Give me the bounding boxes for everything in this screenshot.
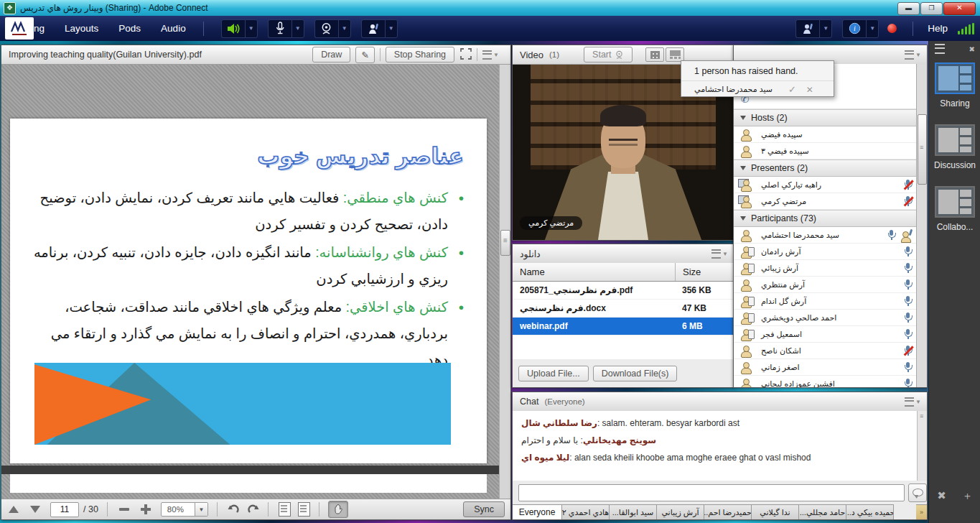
pan-tool-button[interactable] bbox=[328, 501, 348, 518]
chat-tab[interactable]: حميده بيكي د... bbox=[846, 504, 894, 519]
column-name[interactable]: Name bbox=[513, 263, 676, 281]
attendee-row[interactable]: احمد صالحي دويخشري bbox=[734, 310, 917, 326]
menu-pods[interactable]: Pods bbox=[118, 23, 141, 34]
raised-hand-status-button[interactable] bbox=[795, 19, 819, 38]
attendees-pod-menu-button[interactable]: ▼ bbox=[905, 50, 921, 60]
layout-thumbnail bbox=[935, 186, 975, 218]
file-name: فرم نظرسنجي_205871.pdf bbox=[513, 285, 675, 295]
column-size[interactable]: Size bbox=[676, 263, 701, 281]
presenters-section-header[interactable]: Presenters (2) bbox=[734, 159, 917, 177]
attendee-row[interactable]: آرش زيبائي bbox=[734, 260, 917, 277]
start-webcam-button[interactable]: Start bbox=[584, 47, 633, 63]
speaker-button[interactable] bbox=[221, 19, 245, 38]
speaker-dropdown[interactable]: ▼ bbox=[245, 19, 258, 38]
chat-pod-menu-button[interactable]: ▼ bbox=[905, 397, 921, 407]
chat-tab[interactable]: Everyone bbox=[513, 504, 562, 519]
attendee-row[interactable]: سپيده فيضي ۳ bbox=[734, 143, 917, 159]
microphone-dropdown[interactable]: ▼ bbox=[291, 19, 304, 38]
microphone-status-icon bbox=[903, 262, 913, 274]
zoom-level-select[interactable]: 80% ▼ bbox=[161, 502, 208, 517]
rotate-left-button[interactable] bbox=[228, 504, 240, 515]
attendee-row[interactable]: اسمعيل فجر bbox=[734, 326, 917, 343]
attendees-scrollbar[interactable] bbox=[916, 64, 927, 387]
page-number-input[interactable] bbox=[50, 502, 79, 517]
chat-input[interactable] bbox=[518, 484, 905, 501]
hosts-section-header[interactable]: Hosts (2) bbox=[734, 109, 917, 126]
download-files-button[interactable]: Download File(s) bbox=[593, 366, 678, 381]
attendee-name: اسمعيل فجر bbox=[761, 330, 802, 339]
dismiss-hand-button[interactable]: ✕ bbox=[806, 85, 813, 95]
approve-hand-button[interactable]: ✓ bbox=[788, 84, 796, 95]
menu-audio[interactable]: Audio bbox=[161, 23, 186, 34]
divider bbox=[217, 502, 218, 517]
menu-layouts[interactable]: Layouts bbox=[65, 23, 98, 34]
next-page-button[interactable] bbox=[30, 506, 40, 513]
chat-tab[interactable]: سيد ابوالقا... bbox=[610, 504, 657, 519]
filmstrip-view-button[interactable] bbox=[666, 47, 684, 62]
fit-width-button[interactable] bbox=[298, 502, 310, 517]
add-layout-icon[interactable]: ＋ bbox=[962, 489, 973, 503]
chat-tab[interactable]: آرش زيباني bbox=[657, 504, 704, 519]
share-scrollbar[interactable] bbox=[499, 65, 510, 499]
attendee-row[interactable]: افشين عموزاده ليجاني bbox=[734, 376, 917, 387]
file-row[interactable]: فرم نظرسنجي.docx 47 KB bbox=[513, 300, 734, 318]
chat-tab[interactable]: حامد مجللي... bbox=[799, 504, 846, 519]
share-scrollbar-thumb[interactable] bbox=[500, 230, 510, 256]
participants-section-header[interactable]: Participants (73) bbox=[734, 210, 917, 227]
sidebar-close-icon[interactable]: ✖ bbox=[969, 45, 975, 53]
draw-button[interactable]: Draw bbox=[312, 47, 350, 63]
attendee-row[interactable]: سيد محمدرضا احتشامي bbox=[734, 227, 917, 244]
attendee-row[interactable]: مرتضي كرمي bbox=[734, 193, 917, 210]
attendee-row[interactable]: آرش گل اندام bbox=[734, 293, 917, 310]
university-logo bbox=[5, 17, 34, 40]
pointer-tool-button[interactable]: ✎ bbox=[355, 47, 374, 63]
help-menu[interactable]: Help bbox=[928, 23, 948, 34]
chat-tabs-overflow-button[interactable]: » bbox=[916, 504, 927, 519]
info-dropdown[interactable]: ▼ bbox=[866, 19, 879, 38]
raised-hand-status-dropdown[interactable]: ▼ bbox=[819, 19, 832, 38]
chat-scrollbar[interactable] bbox=[917, 411, 927, 481]
divider bbox=[380, 48, 381, 61]
rotate-right-button[interactable] bbox=[247, 504, 259, 515]
files-pod-menu-button[interactable]: ▼ bbox=[711, 249, 728, 259]
file-row[interactable]: webinar.pdf 6 MB bbox=[513, 318, 734, 335]
layout-discussion[interactable]: Discussion bbox=[929, 124, 980, 170]
attendee-row[interactable]: اصغر زماني bbox=[734, 359, 917, 376]
attendee-row[interactable]: آرش منتظري bbox=[734, 277, 917, 293]
status-dropdown[interactable]: ▼ bbox=[385, 19, 398, 38]
raise-hand-button[interactable] bbox=[361, 19, 385, 38]
minimize-button[interactable]: ▬ bbox=[897, 2, 920, 15]
fullscreen-button[interactable] bbox=[460, 48, 472, 62]
microphone-button[interactable] bbox=[268, 19, 291, 38]
chat-tab[interactable]: حميدرضا احم.. bbox=[704, 504, 752, 519]
zoom-in-button[interactable] bbox=[141, 504, 151, 514]
previous-page-button[interactable] bbox=[9, 506, 19, 513]
chat-tab[interactable]: ندا گيلاني bbox=[752, 504, 799, 519]
layout-sharing[interactable]: Sharing bbox=[929, 63, 980, 108]
sidebar-menu-icon[interactable] bbox=[935, 44, 945, 54]
attendee-row[interactable]: آرش رادمان bbox=[734, 244, 917, 260]
webcam-dropdown[interactable]: ▼ bbox=[338, 19, 351, 38]
attendee-row[interactable]: اشكان ناصح bbox=[734, 343, 917, 359]
sync-button[interactable]: Sync bbox=[463, 501, 505, 517]
chat-tab[interactable]: هادي احمدي ۲ bbox=[562, 504, 610, 519]
webcam-button[interactable] bbox=[314, 19, 338, 38]
fit-page-button[interactable] bbox=[279, 502, 291, 517]
attendee-row[interactable]: راهبه تياركي اصلي bbox=[734, 177, 917, 193]
attendees-scrollbar-thumb[interactable] bbox=[918, 114, 927, 185]
connection-signal-icon[interactable] bbox=[958, 23, 974, 34]
delete-layout-icon[interactable]: ✖ bbox=[937, 489, 946, 503]
layout-collaboration[interactable]: Collabo... bbox=[929, 186, 980, 232]
zoom-out-button[interactable] bbox=[119, 508, 129, 511]
zoom-dropdown-arrow[interactable]: ▼ bbox=[195, 503, 207, 516]
upload-file-button[interactable]: Upload File... bbox=[518, 366, 589, 381]
close-button[interactable]: ✕ bbox=[943, 2, 976, 15]
attendee-row[interactable]: سپيده فيضي bbox=[734, 126, 917, 143]
share-pod-menu-button[interactable]: ▼ bbox=[482, 50, 499, 60]
grid-view-button[interactable] bbox=[645, 47, 664, 62]
file-row[interactable]: فرم نظرسنجي_205871.pdf 356 KB bbox=[513, 282, 734, 300]
info-button[interactable]: i bbox=[842, 19, 866, 38]
stop-sharing-button[interactable]: Stop Sharing bbox=[386, 47, 454, 63]
restore-button[interactable]: ❐ bbox=[920, 2, 943, 15]
send-message-button[interactable] bbox=[908, 483, 927, 502]
